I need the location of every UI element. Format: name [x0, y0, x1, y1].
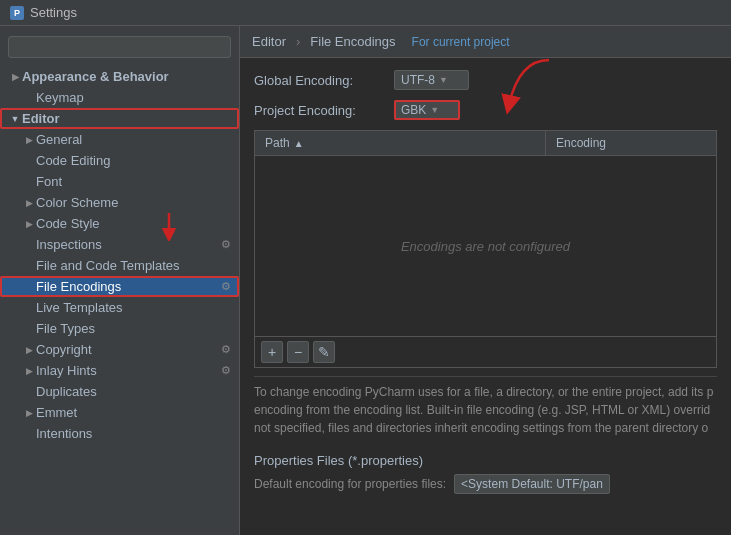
properties-row: Default encoding for properties files: <… — [254, 474, 717, 494]
sidebar-item-label: Editor — [22, 111, 231, 126]
global-encoding-label: Global Encoding: — [254, 73, 384, 88]
spacer-icon — [22, 301, 36, 315]
arrow-icon: ▼ — [8, 112, 22, 126]
settings-icon: ⚙ — [221, 280, 231, 293]
arrow-icon: ▶ — [8, 70, 22, 84]
sidebar-item-font[interactable]: Font — [0, 171, 239, 192]
info-text: To change encoding PyCharm uses for a fi… — [254, 376, 717, 443]
sidebar-item-intentions[interactable]: Intentions — [0, 423, 239, 444]
settings-icon: ⚙ — [221, 364, 231, 377]
sidebar-item-file-types[interactable]: File Types — [0, 318, 239, 339]
project-encoding-label: Project Encoding: — [254, 103, 384, 118]
path-column-header: Path ▲ — [255, 131, 546, 155]
sidebar-item-appearance[interactable]: ▶ Appearance & Behavior — [0, 66, 239, 87]
path-col-label: Path — [265, 136, 290, 150]
sort-asc-icon[interactable]: ▲ — [294, 138, 304, 149]
table-toolbar: + − ✎ — [255, 336, 716, 367]
spacer-icon — [22, 280, 36, 294]
sidebar-item-label: File Types — [36, 321, 231, 336]
title-bar: P Settings — [0, 0, 731, 26]
sidebar-item-live-templates[interactable]: Live Templates — [0, 297, 239, 318]
breadcrumb-parent: Editor — [252, 34, 286, 49]
red-arrow-svg — [489, 55, 569, 115]
sidebar-item-editor[interactable]: ▼ Editor — [0, 108, 239, 129]
sidebar-item-inlay-hints[interactable]: ▶ Inlay Hints ⚙ — [0, 360, 239, 381]
sidebar-item-inspections[interactable]: Inspections ⚙ — [0, 234, 239, 255]
content-header: Editor › File Encodings For current proj… — [240, 26, 731, 58]
sidebar-item-label: Code Style — [36, 216, 231, 231]
empty-state-text: Encodings are not configured — [401, 239, 570, 254]
edit-button[interactable]: ✎ — [313, 341, 335, 363]
default-encoding-label: Default encoding for properties files: — [254, 477, 446, 491]
spacer-icon — [22, 175, 36, 189]
properties-section: Properties Files (*.properties) Default … — [254, 453, 717, 494]
sidebar-item-label: Copyright — [36, 342, 218, 357]
breadcrumb-current: File Encodings — [310, 34, 395, 49]
properties-section-title: Properties Files (*.properties) — [254, 453, 717, 468]
sidebar-item-label: Intentions — [36, 426, 231, 441]
sidebar-item-code-style[interactable]: ▶ Code Style — [0, 213, 239, 234]
global-encoding-value: UTF-8 — [401, 73, 435, 87]
sidebar-item-file-code-templates[interactable]: File and Code Templates — [0, 255, 239, 276]
sidebar-item-label: Keymap — [36, 90, 231, 105]
sidebar-item-label: Color Scheme — [36, 195, 231, 210]
sidebar-item-emmet[interactable]: ▶ Emmet — [0, 402, 239, 423]
add-button[interactable]: + — [261, 341, 283, 363]
arrow-icon: ▶ — [22, 133, 36, 147]
spacer-icon — [22, 154, 36, 168]
sidebar-item-label: Inspections — [36, 237, 218, 252]
encodings-table: Path ▲ Encoding Encodings are not config… — [254, 130, 717, 368]
settings-icon: ⚙ — [221, 343, 231, 356]
spacer-icon — [22, 91, 36, 105]
default-encoding-dropdown[interactable]: <System Default: UTF/pan — [454, 474, 610, 494]
sidebar-item-label: File Encodings — [36, 279, 218, 294]
arrow-icon: ▶ — [22, 406, 36, 420]
sidebar-item-label: Duplicates — [36, 384, 231, 399]
remove-button[interactable]: − — [287, 341, 309, 363]
arrow-icon: ▶ — [22, 364, 36, 378]
spacer-icon — [22, 427, 36, 441]
spacer-icon — [22, 238, 36, 252]
sidebar-item-duplicates[interactable]: Duplicates — [0, 381, 239, 402]
spacer-icon — [22, 385, 36, 399]
sidebar-item-label: Emmet — [36, 405, 231, 420]
table-header: Path ▲ Encoding — [255, 131, 716, 156]
search-input[interactable] — [8, 36, 231, 58]
sidebar-item-label: Code Editing — [36, 153, 231, 168]
encoding-col-label: Encoding — [556, 136, 606, 150]
spacer-icon — [22, 322, 36, 336]
settings-body: Global Encoding: UTF-8 ▼ Project Encodin… — [240, 58, 731, 535]
sidebar-item-label: Live Templates — [36, 300, 231, 315]
for-current-project-link[interactable]: For current project — [412, 35, 510, 49]
sidebar-item-label: Inlay Hints — [36, 363, 218, 378]
sidebar-item-keymap[interactable]: Keymap — [0, 87, 239, 108]
sidebar-item-copyright[interactable]: ▶ Copyright ⚙ — [0, 339, 239, 360]
app-icon: P — [10, 6, 24, 20]
arrow-icon: ▶ — [22, 343, 36, 357]
table-body: Encodings are not configured — [255, 156, 716, 336]
sidebar-item-label: File and Code Templates — [36, 258, 231, 273]
content-area: Editor › File Encodings For current proj… — [240, 26, 731, 535]
sidebar-item-color-scheme[interactable]: ▶ Color Scheme — [0, 192, 239, 213]
breadcrumb-separator: › — [296, 34, 300, 49]
sidebar-item-code-editing[interactable]: Code Editing — [0, 150, 239, 171]
chevron-down-icon: ▼ — [439, 75, 448, 85]
arrow-icon: ▶ — [22, 196, 36, 210]
project-encoding-dropdown[interactable]: GBK ▼ — [394, 100, 460, 120]
settings-icon: ⚙ — [221, 238, 231, 251]
spacer-icon — [22, 259, 36, 273]
sidebar: ▶ Appearance & Behavior Keymap ▼ Editor … — [0, 26, 240, 535]
window-title: Settings — [30, 5, 77, 20]
sidebar-item-label: Font — [36, 174, 231, 189]
arrow-icon: ▶ — [22, 217, 36, 231]
sidebar-item-general[interactable]: ▶ General — [0, 129, 239, 150]
sidebar-item-file-encodings[interactable]: File Encodings ⚙ — [0, 276, 239, 297]
global-encoding-row: Global Encoding: UTF-8 ▼ — [254, 70, 717, 90]
project-encoding-row: Project Encoding: GBK ▼ — [254, 100, 717, 120]
sidebar-item-label: General — [36, 132, 231, 147]
encoding-column-header: Encoding — [546, 131, 716, 155]
main-container: ▶ Appearance & Behavior Keymap ▼ Editor … — [0, 26, 731, 535]
chevron-down-icon: ▼ — [430, 105, 439, 115]
global-encoding-dropdown[interactable]: UTF-8 ▼ — [394, 70, 469, 90]
sidebar-item-label: Appearance & Behavior — [22, 69, 231, 84]
